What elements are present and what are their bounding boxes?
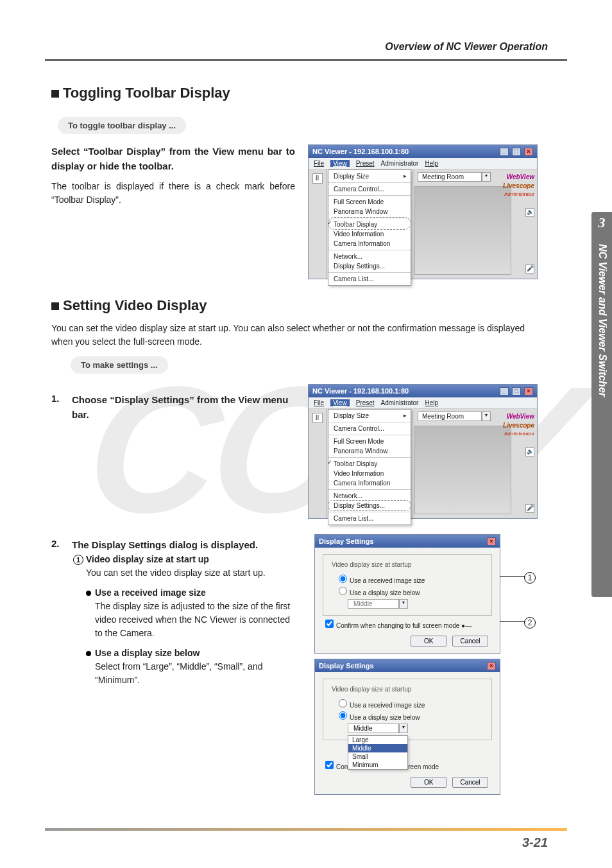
confirm-checkbox-input[interactable] <box>325 761 334 769</box>
cancel-button[interactable]: Cancel <box>452 777 488 788</box>
bulletA-body: The display size is adjusted to the size… <box>95 600 295 640</box>
window-body: II Meeting Room ▾ WebView Livescope Admi… <box>309 409 537 518</box>
radio-below[interactable]: Use a display size below <box>339 711 485 721</box>
menu-camera-info[interactable]: Camera Information <box>328 478 411 488</box>
ok-button[interactable]: OK <box>411 636 446 647</box>
size-fieldset: Video display size at startup Use a rece… <box>323 554 492 616</box>
radio-below[interactable]: Use a display size below <box>339 587 485 596</box>
menu-admin[interactable]: Administrator <box>381 399 419 406</box>
radio-below-input[interactable] <box>339 587 347 595</box>
pause-icon[interactable]: II <box>312 413 323 423</box>
menu-panorama[interactable]: Panorama Window <box>328 446 411 456</box>
callout-2: 2 <box>524 617 536 629</box>
menu-full-screen[interactable]: Full Screen Mode <box>328 435 411 446</box>
menu-camera-info[interactable]: Camera Information <box>328 239 411 248</box>
menu-camera-control[interactable]: Camera Control... <box>328 422 411 433</box>
menu-display-size[interactable]: Display Size <box>328 171 411 181</box>
mic-icon[interactable]: 🎤 <box>525 265 534 273</box>
menu-video-info[interactable]: Video Information <box>328 229 411 239</box>
confirm-checkbox-input[interactable] <box>325 620 334 628</box>
menu-display-settings[interactable]: Display Settings... <box>328 501 411 510</box>
size-option-large[interactable]: Large <box>348 736 407 744</box>
menu-view[interactable]: View <box>330 160 350 167</box>
cancel-button[interactable]: Cancel <box>452 636 488 647</box>
chevron-down-icon[interactable]: ▾ <box>399 599 408 609</box>
size-select-open[interactable]: Middle ▾ Large Middle Small Minimum <box>348 724 485 733</box>
size-option-small[interactable]: Small <box>348 752 407 761</box>
menu-help[interactable]: Help <box>425 160 438 167</box>
section2-row2: 2. The Display Settings dialog is displa… <box>51 529 545 800</box>
bulletB-body: Select from “Large”, “Middle”, “Small”, … <box>95 660 295 687</box>
close-icon[interactable]: × <box>487 662 496 670</box>
menu-display-settings[interactable]: Display Settings... <box>328 261 411 271</box>
close-button[interactable]: × <box>524 148 533 156</box>
dialog-close: × <box>486 661 496 670</box>
radio-below-input[interactable] <box>339 711 347 720</box>
menu-network[interactable]: Network... <box>328 250 411 261</box>
menu-preset[interactable]: Preset <box>356 399 375 406</box>
view-menu-dropdown: Display Size Camera Control... Full Scre… <box>328 409 411 525</box>
menu-camera-list[interactable]: Camera List... <box>328 512 411 523</box>
menu-file[interactable]: File <box>314 399 324 406</box>
window-title: NC Viewer - 192.168.100.1:80 <box>312 387 409 395</box>
menu-toolbar-display[interactable]: Toolbar Display <box>328 457 411 469</box>
size-option-middle[interactable]: Middle <box>348 744 407 752</box>
sub1-body: You can set the video display size at st… <box>86 566 295 580</box>
dialog-close: × <box>486 537 496 546</box>
brand-webview: WebView <box>507 173 534 180</box>
menu-toolbar-display[interactable]: Toolbar Display <box>328 218 411 229</box>
bottom-rule <box>45 828 567 831</box>
radio-received-input[interactable] <box>339 699 347 707</box>
menu-full-screen[interactable]: Full Screen Mode <box>328 195 411 207</box>
close-icon[interactable]: × <box>487 537 496 546</box>
close-button[interactable]: × <box>524 387 533 395</box>
menu-camera-list[interactable]: Camera List... <box>328 272 411 284</box>
fieldset-legend: Video display size at startup <box>330 686 413 693</box>
chevron-down-icon[interactable]: ▾ <box>482 412 491 421</box>
confirm-checkbox[interactable]: Confirm when changing to full screen mod… <box>325 620 492 629</box>
section1-screenshot: NC Viewer - 192.168.100.1:80 _ □ × File … <box>308 144 545 286</box>
size-select[interactable]: Middle ▾ <box>348 599 485 609</box>
menu-camera-control[interactable]: Camera Control... <box>328 182 411 194</box>
size-option-minimum[interactable]: Minimum <box>348 761 407 769</box>
section1-title: Toggling Toolbar Display <box>63 85 230 101</box>
menu-admin[interactable]: Administrator <box>381 160 419 167</box>
dialog-body: Video display size at startup Use a rece… <box>315 548 500 653</box>
menu-view[interactable]: View <box>330 399 350 406</box>
callout-lead-2 <box>500 621 525 622</box>
menu-preset[interactable]: Preset <box>356 160 375 167</box>
content: Toggling Toolbar Display To toggle toolb… <box>51 77 545 800</box>
left-toolbar: II <box>309 169 327 279</box>
speaker-icon[interactable]: 🔈 <box>525 208 534 217</box>
speaker-icon[interactable]: 🔈 <box>525 447 534 456</box>
radio-received[interactable]: Use a received image size <box>339 699 485 709</box>
max-button[interactable]: □ <box>512 148 521 156</box>
chevron-down-icon[interactable]: ▾ <box>482 172 491 182</box>
menu-display-size[interactable]: Display Size <box>328 411 411 421</box>
radio-received[interactable]: Use a received image size <box>339 575 485 584</box>
camera-select[interactable]: Meeting Room ▾ <box>418 412 491 421</box>
camera-select[interactable]: Meeting Room ▾ <box>418 172 491 182</box>
menu-network[interactable]: Network... <box>328 489 411 501</box>
pause-icon[interactable]: II <box>312 173 323 184</box>
section1-pill: To toggle toolbar display ... <box>58 117 186 134</box>
menu-video-info[interactable]: Video Information <box>328 469 411 478</box>
radio-received-input[interactable] <box>339 575 347 583</box>
ok-button[interactable]: OK <box>411 777 446 788</box>
button-row: OK Cancel <box>323 636 492 647</box>
max-button[interactable]: □ <box>512 387 521 395</box>
bulletB-label: Use a display size below <box>95 648 200 658</box>
chevron-down-icon[interactable]: ▾ <box>399 724 408 733</box>
callout-lead-1 <box>500 576 525 577</box>
min-button[interactable]: _ <box>500 387 509 395</box>
step1: 1. Choose “Display Settings” from the Vi… <box>51 393 295 422</box>
min-button[interactable]: _ <box>500 148 509 156</box>
menu-help[interactable]: Help <box>425 399 438 406</box>
section1-strong: Select “Toolbar Display” from the View m… <box>51 144 295 173</box>
menu-file[interactable]: File <box>314 160 324 167</box>
mic-icon[interactable]: 🎤 <box>525 504 534 513</box>
dialog-titlebar: Display Settings × <box>315 535 500 548</box>
bullet-icon <box>86 651 91 656</box>
step1-num: 1. <box>51 393 65 422</box>
menu-panorama[interactable]: Panorama Window <box>328 207 411 216</box>
